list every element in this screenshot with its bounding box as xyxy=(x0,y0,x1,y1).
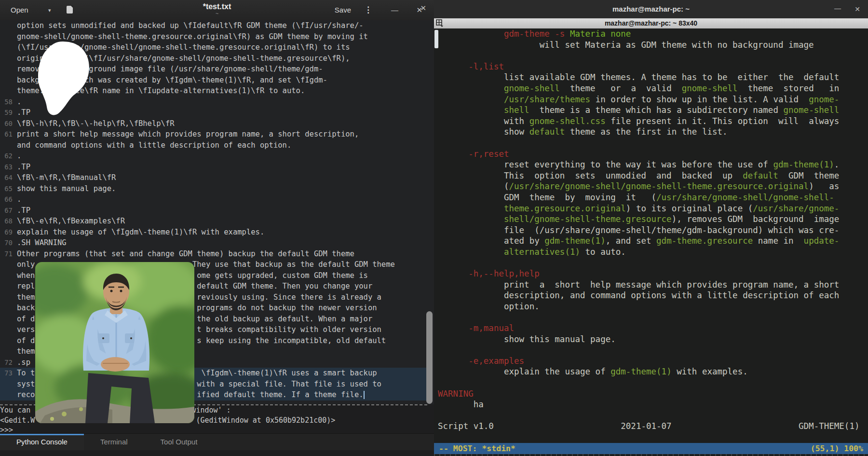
editor-row[interactable]: 65show this manual page. xyxy=(0,183,426,194)
editor-row[interactable]: 64\fB\-m\fR,\fBmanual\fR xyxy=(0,172,426,183)
editor-row[interactable]: 62. xyxy=(0,151,426,162)
editor-row[interactable]: 61print a short help message which provi… xyxy=(0,129,426,140)
line-number: 61 xyxy=(0,129,17,140)
save-button[interactable]: Save xyxy=(335,0,351,20)
terminal-row: print a short help message which provide… xyxy=(438,279,868,290)
editor-row-text: and command options with a little descri… xyxy=(17,140,291,151)
line-number xyxy=(0,64,17,75)
terminal-row xyxy=(438,257,868,268)
line-number xyxy=(0,303,17,314)
editor-row-text: .TP xyxy=(17,107,30,118)
line-number: 58 xyxy=(0,97,17,108)
editor-row[interactable]: and command options with a little descri… xyxy=(0,140,426,151)
editor-row-text: .sp xyxy=(17,357,30,368)
line-number xyxy=(0,281,17,292)
terminal-row: reset everything to the way it was befor… xyxy=(438,159,868,170)
editor-row[interactable]: 68\fB\-e\fR,\fBexamples\fR xyxy=(0,216,426,227)
tab-terminal[interactable]: Terminal xyxy=(84,434,144,450)
editor-row-text: . xyxy=(17,151,21,162)
terminal-window: mazhar@mazhar-pc: ~ — ✕ mazhar@mazhar-pc… xyxy=(434,0,868,456)
document-path: ~ xyxy=(121,11,313,16)
line-number xyxy=(0,140,17,151)
line-number xyxy=(0,20,17,31)
line-number xyxy=(0,270,17,281)
line-number: 62 xyxy=(0,151,17,162)
text-cursor xyxy=(364,391,365,399)
terminal-row: will set Materia as GDM theme with no ba… xyxy=(438,40,868,51)
white-blob-overlay xyxy=(34,39,94,116)
line-number xyxy=(0,53,17,64)
clipped-text-row xyxy=(434,454,868,456)
terminal-row xyxy=(438,312,868,323)
open-button[interactable]: Open xyxy=(11,0,28,20)
editor-row-text: \fB\-h\fR,\fB\-\-help\fR,\fBhelp\fR xyxy=(17,118,175,129)
editor-scrollbar-thumb[interactable] xyxy=(426,311,433,404)
photo-overlay xyxy=(35,262,194,423)
terminal-row: show default theme as the first in the l… xyxy=(438,126,868,138)
terminal-row: shell theme is a theme which has a subdi… xyxy=(438,105,868,116)
line-number xyxy=(0,75,17,86)
terminal-row: description, and command options with a … xyxy=(438,290,868,301)
minimize-button[interactable]: — xyxy=(391,0,398,20)
line-number xyxy=(0,292,17,303)
line-number: 72 xyxy=(0,357,17,368)
line-number xyxy=(0,389,17,401)
terminal-row: list available GDM themes. A theme has t… xyxy=(438,72,868,83)
editor-row[interactable]: 63.TP xyxy=(0,162,426,173)
terminal-row xyxy=(438,50,868,61)
terminal-row: option. xyxy=(438,301,868,312)
line-number xyxy=(0,379,17,390)
editor-row[interactable]: 66. xyxy=(0,194,426,205)
line-number xyxy=(0,259,17,270)
line-number: 66 xyxy=(0,194,17,205)
editor-row[interactable]: 60\fB\-h\fR,\fB\-\-help\fR,\fBhelp\fR xyxy=(0,118,426,129)
menu-kebab-icon[interactable]: ⋮ xyxy=(364,0,372,20)
tab-python-console[interactable]: Python Console xyxy=(0,434,84,450)
terminal-close-button[interactable]: ✕ xyxy=(854,0,860,18)
line-number: 65 xyxy=(0,183,17,194)
line-number: 68 xyxy=(0,216,17,227)
editor-row[interactable]: 70.SH WARNING xyxy=(0,237,426,249)
terminal-body[interactable]: gdm-theme -s Materia none will set Mater… xyxy=(434,28,868,456)
line-number xyxy=(0,346,17,357)
panel-close-icon[interactable]: ✕ xyxy=(420,4,426,13)
terminal-row: -e,examples xyxy=(438,356,868,367)
new-document-button[interactable] xyxy=(67,6,73,15)
editor-row[interactable]: 69explain the usage of \fIgdm\-theme(1)\… xyxy=(0,227,426,238)
editor-row[interactable]: option sets unmodified and backed up \fI… xyxy=(0,20,426,31)
editor-row[interactable]: 71Other programs (that set and change GD… xyxy=(0,249,426,260)
terminal-row: WARNING xyxy=(438,388,868,400)
editor-row-text: print a short help message which provide… xyxy=(17,129,359,140)
editor-row-text: . xyxy=(17,194,21,205)
terminal-row: show this manual page. xyxy=(438,334,868,345)
terminal-row: gnome-shell theme or a valid gnome-shell… xyxy=(438,83,868,94)
gedit-window: Open ▾ *test.txt ~ Save ⋮ — ✕ option set… xyxy=(0,0,434,456)
terminal-title: mazhar@mazhar-pc: ~ xyxy=(434,0,868,18)
terminal-row: theme.gresource.original) to its origina… xyxy=(438,203,868,214)
editor-row[interactable]: 67.TP xyxy=(0,205,426,216)
document-title: *test.txt xyxy=(121,2,313,11)
terminal-tabbar: mazhar@mazhar-pc: ~ 83x40 xyxy=(434,18,868,28)
editor-row-text: . xyxy=(17,97,21,108)
line-number: 73 xyxy=(0,368,17,379)
new-document-icon xyxy=(67,6,73,14)
terminal-row xyxy=(438,410,868,421)
terminal-group-icon[interactable] xyxy=(436,19,444,27)
terminal-minimize-button[interactable]: — xyxy=(834,0,841,16)
terminal-row: GDM theme by moving it (/usr/share/gnome… xyxy=(438,192,868,203)
open-dropdown-caret-icon[interactable]: ▾ xyxy=(48,0,51,20)
terminal-row: explain the usage of gdm-theme(1) with e… xyxy=(438,366,868,377)
line-number: 64 xyxy=(0,172,17,183)
tab-tool-output[interactable]: Tool Output xyxy=(144,434,214,450)
terminal-titlebar: mazhar@mazhar-pc: ~ — ✕ xyxy=(434,0,868,18)
terminal-row: -l,list xyxy=(438,61,868,72)
line-number: 63 xyxy=(0,162,17,173)
terminal-row: with gnome-shell.css file present in it.… xyxy=(438,116,868,127)
line-number: 69 xyxy=(0,227,17,238)
terminal-row: -m,manual xyxy=(438,323,868,334)
most-status-right: (55,1) 100% xyxy=(811,443,863,454)
terminal-row: alternatives(1) to auto. xyxy=(438,247,868,258)
line-number xyxy=(0,335,17,346)
editor-row-text: .SH WARNING xyxy=(17,237,67,249)
terminal-tab-label[interactable]: mazhar@mazhar-pc: ~ 83x40 xyxy=(605,19,697,27)
